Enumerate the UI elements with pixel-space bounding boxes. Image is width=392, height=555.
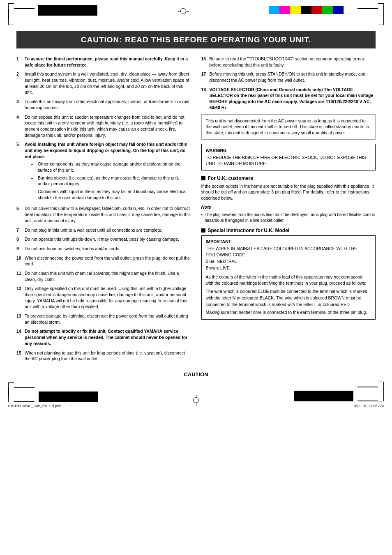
item-text-1: To assure the finest performance, please… (25, 56, 191, 68)
item-text-14: Do not attempt to modify or fix this uni… (25, 328, 191, 346)
caution-footer-label: CAUTION (0, 371, 392, 378)
sub-list-5: – Other components, as they may cause da… (31, 161, 191, 200)
h-line-brr (357, 401, 378, 401)
warning-box: WARNING TO REDUCE THE RISK OF FIRE OR EL… (201, 144, 376, 170)
important-text-5: The wire which is coloured BLUE must be … (206, 288, 371, 308)
corner-br (378, 19, 384, 25)
swatch-magenta (279, 6, 290, 14)
item-num-8: 8 (16, 236, 23, 242)
uk-section-heading: For U.K. customers (201, 175, 376, 181)
h-line-bll (14, 401, 35, 402)
footer-file: 0101RX-V540_Cau_EN-GB.p65 (8, 404, 61, 408)
item-num-18: 18 (201, 87, 208, 111)
bottom-right-marks: 03.1.16, 11:36 AM (294, 382, 384, 408)
h-line-bl (14, 387, 35, 388)
list-item-8: 8 Do not operate this unit upside-down. … (16, 236, 191, 242)
v-line-bl (8, 388, 9, 396)
item-num-11: 11 (16, 270, 23, 282)
crosshair-top-center (178, 5, 189, 17)
corner-tl (8, 3, 14, 9)
item-text-17: Before moving this unit, press STANDBY/O… (210, 71, 376, 83)
corner-bl-bl (8, 396, 14, 402)
page-bottom: 0101RX-V540_Cau_EN-GB.p65 2 (0, 382, 392, 411)
top-left-marks (8, 3, 97, 25)
item-text-7: Do not plug in this unit to a wall outle… (25, 227, 162, 233)
important-text-1: THE WIRES IN MAINS LEAD ARE COLOURED IN … (206, 246, 371, 259)
uk-section-text: If the socket outlets in the home are no… (201, 183, 376, 201)
crosshair-bottom-center (190, 394, 202, 406)
list-item-13: 13 To prevent damage by lightning, disco… (16, 313, 191, 325)
item-text-2: Install this sound system in a well vent… (25, 71, 191, 95)
item-text-4: Do not expose this unit to sudden temper… (25, 114, 191, 138)
info-box: This unit is not disconnected from the A… (201, 114, 376, 140)
list-item-2: 2 Install this sound system in a well ve… (16, 71, 191, 95)
list-item-4: 4 Do not expose this unit to sudden temp… (16, 114, 191, 138)
item-num-7: 7 (16, 227, 23, 233)
item-num-6: 6 (16, 205, 23, 223)
sub-text-5-2: Burning objects (i.e. candles), as they … (38, 175, 191, 187)
color-swatches-top (269, 6, 354, 14)
sub-text-5-1: Other components, as they may cause dama… (38, 161, 191, 173)
item-text-13: To prevent damage by lightning, disconne… (25, 313, 191, 325)
item-text-12: Only voltage specified on this unit must… (25, 286, 191, 310)
list-item-1: 1 To assure the finest performance, plea… (16, 56, 191, 68)
page-title: CAUTION: READ THIS BEFORE OPERATING YOUR… (16, 31, 376, 48)
sub-item-5-1: – Other components, as they may cause da… (31, 161, 191, 173)
swatch-green (322, 6, 333, 14)
swatch-black (301, 6, 311, 14)
list-item-10: 10 When disconnecting the power cord fro… (16, 255, 191, 267)
note-section: Note • The plug severed from the mains l… (201, 205, 376, 223)
item-num-9: 9 (16, 246, 23, 252)
item-num-12: 12 (16, 286, 23, 310)
item-num-1: 1 (16, 56, 23, 68)
list-item-12: 12 Only voltage specified on this unit m… (16, 286, 191, 310)
swatch-white (344, 6, 354, 14)
item-text-11: Do not clean this unit with chemical sol… (25, 270, 191, 282)
h-line-top-right (357, 8, 378, 9)
h-line-bot-right (357, 20, 378, 21)
warning-title: WARNING (206, 147, 371, 154)
v-line-br (383, 387, 384, 396)
important-title: IMPORTANT (206, 239, 371, 244)
list-item-17: 17 Before moving this unit, press STANDB… (201, 71, 376, 83)
item-text-15: When not planning to use this unit for l… (25, 350, 191, 362)
footer-page: 2 (69, 404, 71, 408)
important-text-3: Brown: LIVE (206, 265, 371, 272)
dash-5-1: – (31, 161, 36, 173)
top-right-marks (269, 3, 384, 25)
main-content: CAUTION: READ THIS BEFORE OPERATING YOUR… (0, 25, 392, 369)
swatch-cyan (269, 6, 279, 14)
bullet-icon: • (201, 212, 203, 223)
warning-text: TO REDUCE THE RISK OF FIRE OR ELECTRIC S… (206, 154, 371, 166)
item-content-5: Avoid installing this unit where foreign… (25, 141, 191, 202)
swatch-yellow (290, 6, 301, 14)
list-item-15: 15 When not planning to use this unit fo… (16, 350, 191, 362)
dash-5-3: – (31, 189, 36, 200)
v-line-right (383, 9, 384, 19)
swatch-blue (333, 6, 344, 14)
item-text-16: Be sure to read the "TROUBLESHOOTING" se… (210, 56, 376, 68)
black-rect-bottom-left (39, 391, 98, 402)
list-item-3: 3 Locate this unit away from other elect… (16, 99, 191, 111)
item-num-2: 2 (16, 71, 23, 95)
registration-marks-top (0, 0, 392, 25)
black-rect-top-left (38, 5, 97, 16)
item-text-10: When disconnecting the power cord from t… (25, 255, 191, 267)
item-text-8: Do not operate this unit upside-down. It… (25, 236, 179, 242)
h-line-top-left (14, 8, 35, 9)
h-line-bot-left (14, 20, 35, 21)
item-num-5: 5 (16, 141, 23, 202)
right-list: 16 Be sure to read the "TROUBLESHOOTING"… (201, 56, 376, 111)
sub-item-5-3: – Containers with liquid in them, as the… (31, 189, 191, 200)
corner-bl-tl (8, 382, 14, 388)
list-item-14: 14 Do not attempt to modify or fix this … (16, 328, 191, 346)
page: CAUTION: READ THIS BEFORE OPERATING YOUR… (0, 0, 392, 555)
left-column: 1 To assure the finest performance, plea… (16, 56, 191, 365)
special-section-title: Special Instructions for U.K. Model (208, 228, 290, 233)
uk-section-title: For U.K. customers (208, 175, 254, 181)
footer-date: 03.1.16, 11:36 AM (354, 404, 384, 408)
sub-item-5-2: – Burning objects (i.e. candles), as the… (31, 175, 191, 187)
list-item-11: 11 Do not clean this unit with chemical … (16, 270, 191, 282)
crosshair-circle-bottom (193, 397, 199, 403)
section-square-icon-2 (201, 228, 205, 233)
